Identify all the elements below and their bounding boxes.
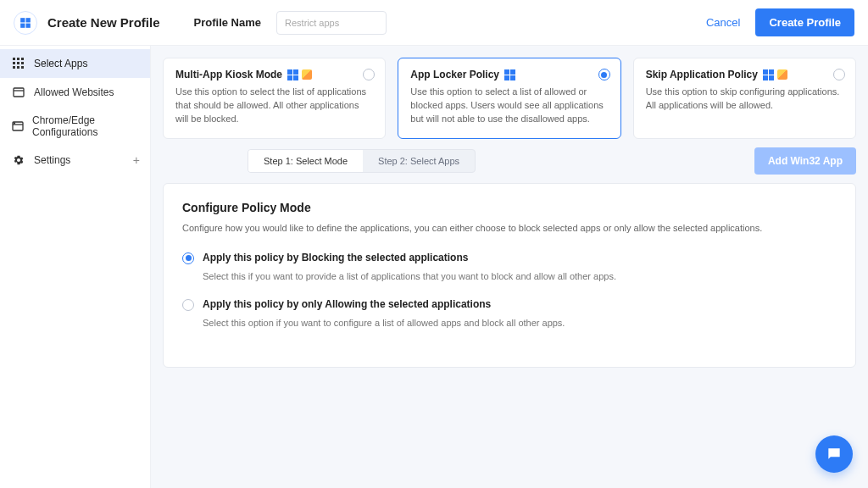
card-desc: Use this option to select a list of allo… [410, 86, 608, 126]
windows-icon [287, 69, 298, 80]
svg-rect-5 [17, 58, 19, 60]
top-bar: Create New Profile Profile Name Cancel C… [0, 0, 868, 46]
svg-rect-1 [26, 18, 31, 22]
card-desc: Use this option to skip configuring appl… [646, 86, 843, 113]
profile-name-input[interactable] [276, 11, 387, 35]
windows-icon [763, 69, 774, 80]
option-desc: Select this option if you want to config… [203, 318, 837, 328]
policy-mode-panel: Configure Policy Mode Configure how you … [163, 183, 856, 368]
option-block[interactable]: Apply this policy by Blocking the select… [182, 252, 837, 264]
panel-title: Configure Policy Mode [182, 201, 837, 214]
svg-rect-12 [21, 66, 24, 69]
svg-rect-8 [17, 62, 19, 64]
option-label: Apply this policy by only Allowing the s… [203, 298, 491, 310]
chat-icon [826, 446, 843, 463]
card-app-locker[interactable]: App Locker Policy Use this option to sel… [398, 58, 620, 139]
card-multi-app-kiosk[interactable]: Multi-App Kiosk Mode Use this option to … [163, 58, 386, 139]
svg-rect-7 [13, 62, 15, 64]
option-desc: Select this if you want to provide a lis… [203, 271, 837, 281]
svg-rect-3 [26, 23, 31, 27]
sidebar-item-settings[interactable]: Settings + [0, 146, 150, 175]
radio-indicator[interactable] [182, 299, 194, 311]
card-desc: Use this option to select the list of ap… [175, 86, 373, 126]
flag-icon [302, 69, 312, 80]
radio-indicator[interactable] [833, 69, 845, 80]
mode-cards: Multi-App Kiosk Mode Use this option to … [163, 58, 856, 139]
card-title: Multi-App Kiosk Mode [175, 69, 282, 80]
windows-icon [19, 17, 31, 29]
panel-subtitle: Configure how you would like to define t… [182, 223, 837, 233]
svg-point-17 [14, 123, 15, 124]
radio-indicator[interactable] [598, 69, 610, 80]
windows-icon [504, 69, 515, 80]
card-title: App Locker Policy [410, 69, 499, 80]
grid-icon [12, 57, 25, 70]
window-icon [12, 119, 24, 133]
sidebar-item-label: Chrome/Edge Configurations [32, 114, 138, 138]
sidebar-item-label: Select Apps [34, 58, 87, 69]
main-content: Multi-App Kiosk Mode Use this option to … [151, 46, 868, 488]
card-title: Skip Application Policy [646, 69, 758, 80]
flag-icon [777, 69, 787, 80]
svg-rect-11 [17, 66, 19, 69]
page-title: Create New Profile [47, 15, 160, 30]
sidebar-item-chrome-edge[interactable]: Chrome/Edge Configurations [0, 107, 150, 146]
add-win32-button[interactable]: Add Win32 App [754, 147, 856, 175]
svg-rect-6 [21, 58, 24, 60]
sidebar-item-allowed-websites[interactable]: Allowed Websites [0, 78, 150, 107]
create-profile-button[interactable]: Create Profile [755, 8, 854, 36]
step-tabs: Step 1: Select Mode Step 2: Select Apps [248, 149, 476, 173]
svg-rect-9 [21, 62, 24, 64]
browser-icon [12, 86, 25, 99]
svg-rect-13 [14, 88, 24, 97]
cancel-button[interactable]: Cancel [706, 16, 740, 29]
sidebar-item-select-apps[interactable]: Select Apps [0, 49, 150, 78]
svg-rect-10 [13, 66, 15, 69]
plus-icon: + [133, 153, 140, 167]
svg-rect-4 [13, 58, 15, 60]
svg-rect-2 [20, 23, 25, 27]
card-skip-policy[interactable]: Skip Application Policy Use this option … [633, 58, 856, 139]
profile-name-label: Profile Name [194, 16, 261, 29]
sidebar-item-label: Settings [34, 154, 70, 166]
chat-fab[interactable] [815, 435, 853, 473]
option-allow[interactable]: Apply this policy by only Allowing the s… [182, 298, 837, 311]
svg-rect-0 [20, 18, 25, 22]
sidebar-item-label: Allowed Websites [34, 86, 114, 98]
radio-indicator[interactable] [182, 252, 194, 264]
option-label: Apply this policy by Blocking the select… [203, 252, 468, 263]
tab-step2[interactable]: Step 2: Select Apps [363, 150, 475, 172]
brand-logo [14, 11, 37, 35]
sidebar: Select Apps Allowed Websites Chrome/Edge… [0, 46, 151, 488]
tab-step1[interactable]: Step 1: Select Mode [248, 150, 363, 172]
gear-icon [12, 153, 25, 167]
